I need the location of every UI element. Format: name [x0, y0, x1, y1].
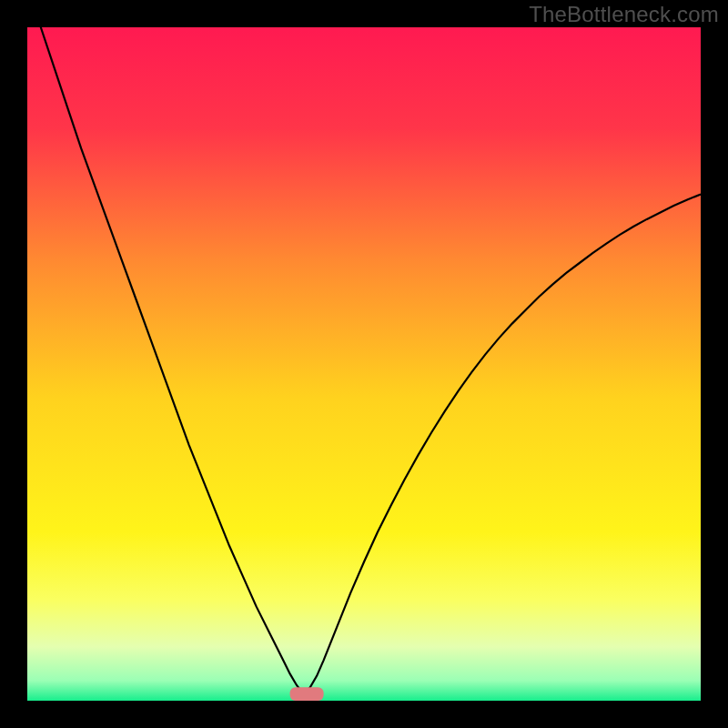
chart-container: TheBottleneck.com: [0, 0, 728, 728]
chart-svg: [27, 27, 701, 701]
watermark-text: TheBottleneck.com: [529, 2, 719, 27]
optimum-marker: [290, 687, 324, 701]
gradient-background: [27, 27, 701, 701]
plot-area: [27, 27, 701, 701]
